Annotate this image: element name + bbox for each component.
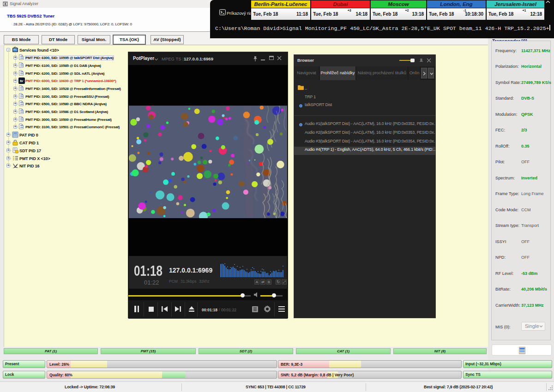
svg-text:tv: tv: [20, 79, 23, 83]
